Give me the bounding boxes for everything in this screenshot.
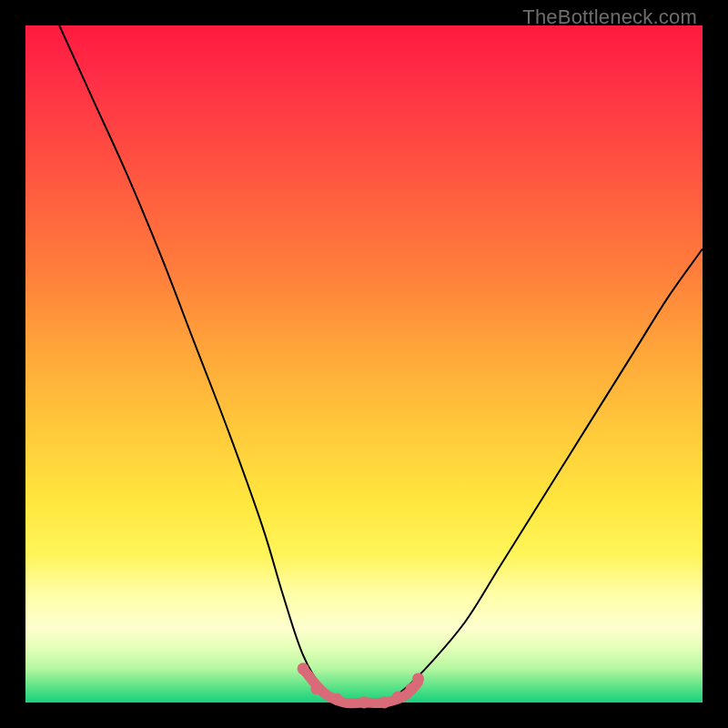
optimal-point bbox=[379, 697, 390, 709]
bottleneck-curve bbox=[59, 25, 703, 703]
optimal-point bbox=[310, 683, 322, 695]
chart-frame: TheBottleneck.com bbox=[0, 0, 728, 728]
optimal-point bbox=[359, 697, 370, 709]
optimal-point bbox=[331, 693, 343, 705]
plot-area bbox=[25, 25, 703, 703]
optimal-range-dots bbox=[298, 662, 424, 708]
chart-svg bbox=[25, 25, 703, 703]
optimal-point bbox=[406, 683, 418, 695]
optimal-point bbox=[412, 672, 424, 684]
optimal-point bbox=[392, 692, 404, 703]
optimal-point bbox=[298, 662, 309, 674]
